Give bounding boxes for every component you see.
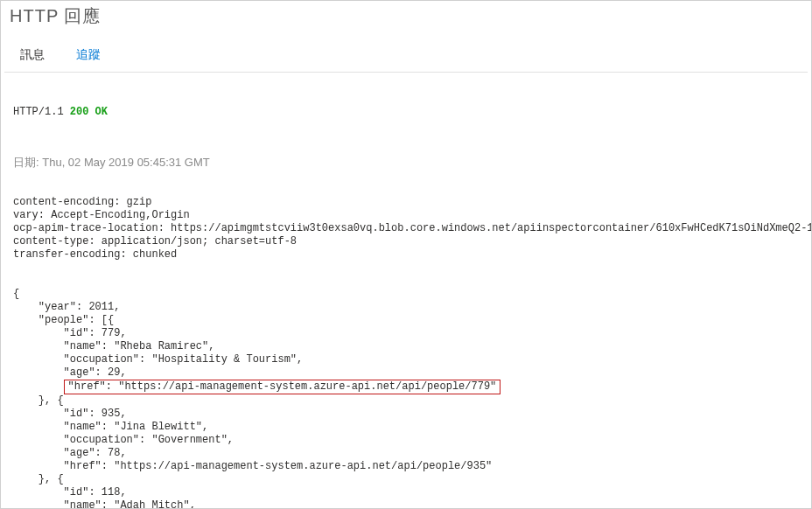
json-line: "id": 779, [13, 327, 802, 340]
json-line: "occupation": "Government", [13, 434, 802, 447]
json-line: "href": "https://api-management-system.a… [13, 380, 802, 394]
json-line: "year": 2011, [13, 301, 802, 314]
header-line: vary: Accept-Encoding,Origin [13, 209, 802, 222]
json-line: "name": "Rheba Ramirec", [13, 340, 802, 353]
status-code: 200 OK [70, 106, 108, 118]
header-line: content-type: application/json; charset=… [13, 235, 802, 248]
json-line: "age": 29, [13, 366, 802, 380]
json-line: }, { [13, 473, 802, 486]
tab-trace[interactable]: 追蹤 [60, 40, 116, 72]
status-prefix: HTTP/1.1 [13, 106, 70, 118]
json-line: "occupation": "Hospitality & Tourism", [13, 353, 802, 366]
response-headers: content-encoding: gzipvary: Accept-Encod… [13, 196, 802, 261]
json-line: }, { [13, 394, 802, 408]
date-value: Thu, 02 May 2019 05:45:31 GMT [42, 156, 210, 169]
json-line: "id": 118, [13, 486, 802, 499]
date-line: 日期: Thu, 02 May 2019 05:45:31 GMT [13, 156, 802, 169]
header-line: ocp-apim-trace-location: https://apimgmt… [13, 222, 802, 235]
json-line: "people": [{ [13, 314, 802, 327]
json-line: "age": 78, [13, 447, 802, 460]
response-body: HTTP/1.1 200 OK 日期: Thu, 02 May 2019 05:… [1, 73, 811, 509]
json-line: "name": "Jina Blewitt", [13, 421, 802, 434]
date-label: 日期: [13, 156, 42, 169]
json-line: { [13, 288, 802, 301]
tab-info[interactable]: 訊息 [4, 40, 60, 72]
header-line: transfer-encoding: chunked [13, 248, 802, 261]
response-json: { "year": 2011, "people": [{ "id": 779, … [13, 288, 802, 509]
tab-bar: 訊息 追蹤 [4, 35, 808, 73]
json-line: "id": 935, [13, 408, 802, 421]
header-line: content-encoding: gzip [13, 196, 802, 209]
json-line: "name": "Adah Mitch", [13, 499, 802, 509]
panel-title: HTTP 回應 [1, 1, 811, 30]
status-line: HTTP/1.1 200 OK [13, 106, 802, 119]
highlighted-href: "href": "https://api-management-system.a… [64, 380, 501, 394]
json-line: "href": "https://api-management-system.a… [13, 460, 802, 473]
